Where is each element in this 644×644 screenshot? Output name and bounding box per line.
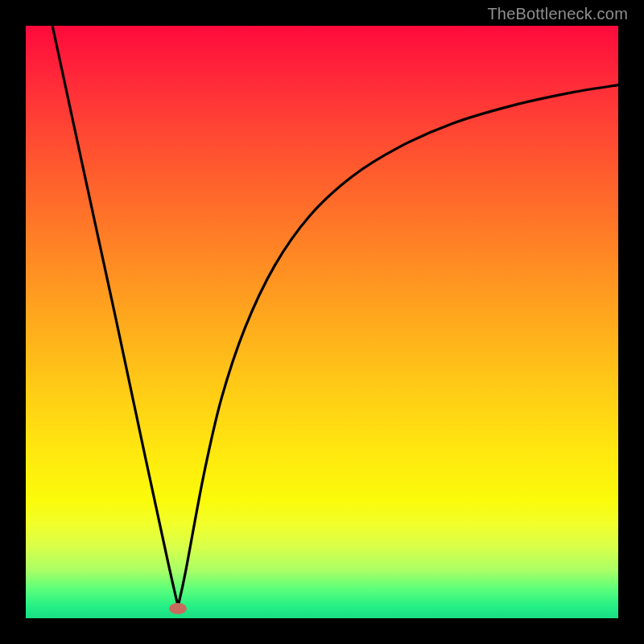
chart-curve — [26, 26, 618, 618]
watermark-text: TheBottleneck.com — [487, 5, 628, 23]
chart-frame — [26, 26, 618, 618]
